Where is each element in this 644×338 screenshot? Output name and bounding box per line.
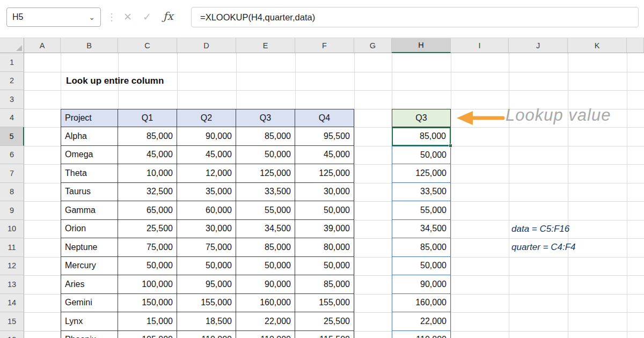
row-header-11[interactable]: 11 xyxy=(0,238,24,257)
column-header-A[interactable]: A xyxy=(24,38,61,53)
table-cell[interactable]: 110,000 xyxy=(177,331,236,338)
column-header-D[interactable]: D xyxy=(177,38,236,53)
column-header-F[interactable]: F xyxy=(295,38,354,53)
cancel-icon[interactable]: ✕ xyxy=(123,11,132,23)
lookup-result-cell[interactable]: 90,000 xyxy=(392,275,451,294)
table-cell[interactable]: 85,000 xyxy=(118,127,177,146)
column-header-B[interactable]: B xyxy=(61,38,118,53)
chevron-down-icon[interactable]: ⌄ xyxy=(89,14,95,20)
table-cell[interactable]: 110,000 xyxy=(236,331,295,338)
lookup-result-cell[interactable]: 55,000 xyxy=(392,201,451,220)
table-cell[interactable]: 50,000 xyxy=(118,257,177,276)
row-header-8[interactable]: 8 xyxy=(0,183,24,202)
table-cell[interactable]: Omega xyxy=(61,146,118,165)
lookup-result-cell[interactable]: 110,000 xyxy=(392,331,451,338)
column-header-G[interactable]: G xyxy=(354,38,392,53)
table-cell[interactable]: 150,000 xyxy=(118,294,177,313)
table-cell[interactable]: 45,000 xyxy=(295,146,354,165)
row-header-4[interactable]: 4 xyxy=(0,109,24,128)
table-cell[interactable]: 75,000 xyxy=(177,238,236,257)
more-options-icon[interactable]: ⋮ xyxy=(107,11,116,23)
row-header-5[interactable]: 5 xyxy=(0,127,24,146)
table-cell[interactable]: 50,000 xyxy=(236,257,295,276)
table-cell[interactable]: 90,000 xyxy=(236,275,295,294)
table-cell[interactable]: 85,000 xyxy=(236,127,295,146)
table-cell[interactable]: 105,000 xyxy=(118,331,177,338)
table-cell[interactable]: Alpha xyxy=(61,127,118,146)
table-cell[interactable]: 50,000 xyxy=(177,257,236,276)
table-cell[interactable]: 155,000 xyxy=(177,294,236,313)
row-header-16[interactable]: 16 xyxy=(0,331,24,338)
column-header-partial[interactable] xyxy=(627,38,644,53)
table-cell[interactable]: Neptune xyxy=(61,238,118,257)
table-header-Project[interactable]: Project xyxy=(61,109,118,128)
lookup-result-cell[interactable]: 160,000 xyxy=(392,294,451,313)
table-cell[interactable]: 34,500 xyxy=(236,220,295,239)
table-cell[interactable]: 80,000 xyxy=(295,238,354,257)
table-header-Q1[interactable]: Q1 xyxy=(118,109,177,128)
row-header-12[interactable]: 12 xyxy=(0,257,24,276)
column-header-K[interactable]: K xyxy=(568,38,627,53)
row-header-2[interactable]: 2 xyxy=(0,72,24,91)
table-cell[interactable]: 45,000 xyxy=(177,146,236,165)
table-cell[interactable]: 33,500 xyxy=(236,183,295,202)
lookup-result-cell[interactable]: 22,000 xyxy=(392,312,451,331)
table-cell[interactable]: 50,000 xyxy=(295,257,354,276)
lookup-result-cell[interactable]: 34,500 xyxy=(392,220,451,239)
row-header-1[interactable]: 1 xyxy=(0,53,24,72)
table-cell[interactable]: 95,000 xyxy=(177,275,236,294)
table-header-Q3[interactable]: Q3 xyxy=(236,109,295,128)
table-cell[interactable]: 22,000 xyxy=(236,312,295,331)
table-cell[interactable]: 115,500 xyxy=(295,331,354,338)
table-cell[interactable]: 30,000 xyxy=(295,183,354,202)
enter-icon[interactable]: ✓ xyxy=(143,11,151,23)
table-cell[interactable]: 75,000 xyxy=(118,238,177,257)
sheet-title[interactable]: Look up entire column xyxy=(62,72,288,91)
lookup-header-cell[interactable]: Q3 xyxy=(392,109,451,128)
insert-function-icon[interactable]: ƒx xyxy=(163,10,173,23)
table-cell[interactable]: 155,000 xyxy=(295,294,354,313)
row-header-3[interactable]: 3 xyxy=(0,90,24,109)
table-cell[interactable]: 90,000 xyxy=(177,127,236,146)
row-header-10[interactable]: 10 xyxy=(0,220,24,239)
column-header-H[interactable]: H xyxy=(392,38,451,53)
table-cell[interactable]: Taurus xyxy=(61,183,118,202)
row-header-13[interactable]: 13 xyxy=(0,275,24,294)
column-header-C[interactable]: C xyxy=(118,38,177,53)
lookup-result-cell[interactable]: 50,000 xyxy=(392,146,451,165)
column-header-E[interactable]: E xyxy=(236,38,295,53)
formula-input[interactable]: =XLOOKUP(H4,quarter,data) xyxy=(191,7,639,27)
table-cell[interactable]: 85,000 xyxy=(236,238,295,257)
table-cell[interactable]: Aries xyxy=(61,275,118,294)
table-cell[interactable]: 100,000 xyxy=(118,275,177,294)
table-cell[interactable]: 55,000 xyxy=(236,201,295,220)
table-cell[interactable]: 35,000 xyxy=(177,183,236,202)
table-header-Q4[interactable]: Q4 xyxy=(295,109,354,128)
table-cell[interactable]: 125,000 xyxy=(295,164,354,183)
lookup-result-cell[interactable]: 50,000 xyxy=(392,257,451,276)
table-cell[interactable]: 39,000 xyxy=(295,220,354,239)
column-header-I[interactable]: I xyxy=(451,38,509,53)
table-cell[interactable]: 85,000 xyxy=(295,275,354,294)
table-cell[interactable]: Lynx xyxy=(61,312,118,331)
row-header-7[interactable]: 7 xyxy=(0,164,24,183)
table-cell[interactable]: 60,000 xyxy=(177,201,236,220)
table-cell[interactable]: Mercury xyxy=(61,257,118,276)
table-cell[interactable]: Theta xyxy=(61,164,118,183)
table-cell[interactable]: 15,000 xyxy=(118,312,177,331)
table-cell[interactable]: 95,500 xyxy=(295,127,354,146)
lookup-result-cell[interactable]: 33,500 xyxy=(392,183,451,202)
column-header-J[interactable]: J xyxy=(509,38,568,53)
table-cell[interactable]: 160,000 xyxy=(236,294,295,313)
table-cell[interactable]: 12,000 xyxy=(177,164,236,183)
table-cell[interactable]: 25,500 xyxy=(118,220,177,239)
lookup-result-cell[interactable]: 85,000 xyxy=(392,238,451,257)
name-box[interactable]: H5 ⌄ xyxy=(6,8,101,27)
table-cell[interactable]: 30,000 xyxy=(177,220,236,239)
table-cell[interactable]: Gemini xyxy=(61,294,118,313)
table-cell[interactable]: 18,500 xyxy=(177,312,236,331)
active-cell-H5[interactable]: 85,000 xyxy=(392,127,451,146)
table-cell[interactable]: 50,000 xyxy=(236,146,295,165)
table-cell[interactable]: 25,500 xyxy=(295,312,354,331)
table-header-Q2[interactable]: Q2 xyxy=(177,109,236,128)
